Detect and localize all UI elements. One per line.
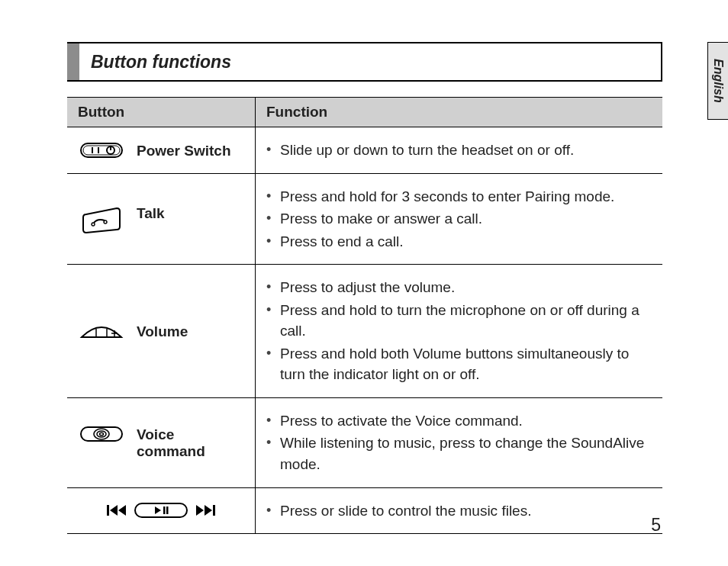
- language-tab: English: [707, 42, 728, 120]
- svg-marker-22: [205, 505, 212, 516]
- talk-button-icon: [78, 204, 125, 234]
- svg-marker-18: [155, 507, 161, 514]
- function-item: Slide up or down to turn the headset on …: [266, 140, 652, 161]
- function-item: While listening to music, press to chang…: [266, 433, 652, 474]
- th-button: Button: [67, 98, 256, 127]
- table-row: Talk Press and hold for 3 seconds to ent…: [67, 173, 662, 265]
- voice-command-icon: [78, 425, 125, 443]
- section-title: Button functions: [91, 52, 231, 72]
- svg-point-12: [97, 431, 106, 437]
- function-item: Press or slide to control the music file…: [266, 500, 652, 522]
- button-label: Voice command: [137, 426, 244, 460]
- button-functions-table: Button Function: [67, 97, 662, 534]
- svg-rect-14: [107, 505, 109, 516]
- svg-marker-21: [196, 505, 204, 516]
- svg-point-11: [94, 429, 109, 439]
- function-item: Press and hold to turn the microphone on…: [266, 300, 652, 342]
- svg-rect-19: [163, 507, 166, 514]
- function-item: Press to adjust the volume.: [266, 277, 652, 298]
- section-accent: [67, 43, 79, 80]
- table-row: Press or slide to control the music file…: [67, 487, 662, 534]
- function-item: Press to make or answer a call.: [266, 208, 652, 230]
- table-row: Voice command Press to activate the Voic…: [67, 397, 662, 487]
- language-tab-label: English: [711, 59, 725, 103]
- svg-marker-16: [118, 505, 126, 516]
- button-label: Power Switch: [137, 143, 244, 159]
- power-switch-icon: [78, 141, 125, 159]
- next-track-icon: [195, 504, 215, 516]
- table-row: Power Switch Slide up or down to turn th…: [67, 127, 662, 174]
- function-item: Press to activate the Voice command.: [266, 410, 652, 432]
- volume-button-icon: [78, 322, 125, 340]
- svg-marker-15: [110, 505, 118, 516]
- th-function: Function: [256, 98, 663, 127]
- svg-rect-20: [166, 507, 169, 514]
- function-item: Press and hold for 3 seconds to enter Pa…: [266, 186, 652, 207]
- function-item: Press to end a call.: [266, 231, 652, 252]
- button-label: Talk: [137, 205, 244, 222]
- page-body: Button functions Button Function: [67, 42, 662, 534]
- page-number: 5: [651, 515, 661, 535]
- svg-rect-23: [213, 505, 215, 516]
- button-label: Volume: [137, 323, 244, 340]
- function-item: Press and hold both Volume buttons simul…: [266, 343, 652, 385]
- svg-point-13: [100, 433, 104, 436]
- play-pause-slider-icon: [134, 502, 188, 519]
- prev-track-icon: [107, 504, 127, 516]
- table-row: Volume Press to adjust the volume. Press…: [67, 265, 662, 398]
- section-header: Button functions: [67, 42, 662, 82]
